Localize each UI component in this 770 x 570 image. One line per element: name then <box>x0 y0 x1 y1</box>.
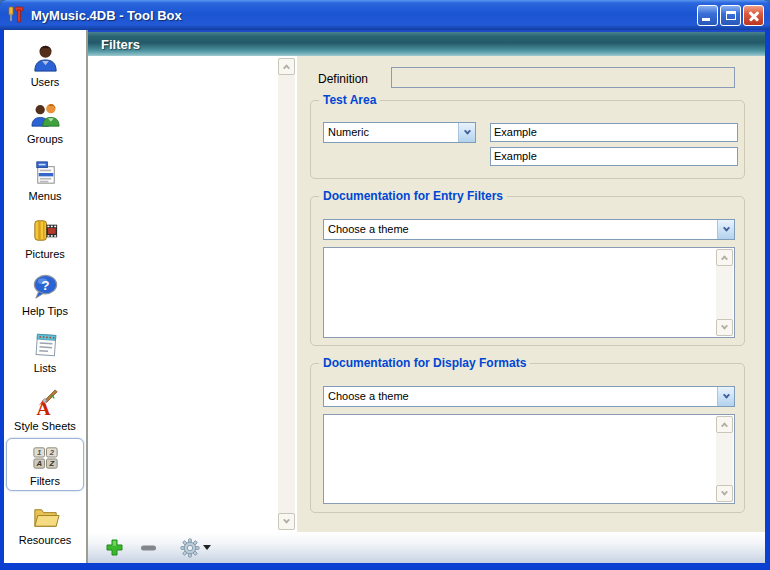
svg-text:Z: Z <box>48 459 54 468</box>
test-area-group: Test Area Numeric Example Example <box>310 100 745 179</box>
display-docs-textarea[interactable] <box>323 414 735 504</box>
type-select[interactable]: Numeric <box>323 122 476 143</box>
add-icon <box>106 539 123 556</box>
maximize-icon <box>726 11 736 20</box>
example-input-top[interactable]: Example <box>490 123 738 142</box>
svg-text:1: 1 <box>37 448 41 457</box>
section-title: Filters <box>88 37 140 52</box>
list-scrollbar[interactable] <box>278 58 295 530</box>
sidebar-item-label: Filters <box>30 475 60 487</box>
type-select-value: Numeric <box>328 126 369 138</box>
sidebar-item-pictures[interactable]: Pictures <box>6 210 84 265</box>
options-button[interactable] <box>180 538 211 558</box>
toolbox-icon <box>6 5 26 25</box>
dropdown-button[interactable] <box>717 220 734 239</box>
sidebar-item-help-tips[interactable]: ? Help Tips <box>6 267 84 322</box>
sidebar-item-label: Resources <box>19 534 72 546</box>
sidebar-item-label: Lists <box>34 362 57 374</box>
scroll-up-button[interactable] <box>716 249 733 266</box>
sidebar-item-users[interactable]: Users <box>6 38 84 93</box>
filters-list[interactable] <box>88 56 297 532</box>
chevron-down-icon <box>721 489 728 496</box>
sidebar-item-label: Users <box>31 76 60 88</box>
sidebar-item-lists[interactable]: Lists <box>6 324 84 379</box>
window-title: MyMusic.4DB - Tool Box <box>31 8 697 23</box>
dropdown-caret-icon <box>203 545 211 550</box>
sidebar-item-label: Pictures <box>25 248 65 260</box>
example-input-bottom[interactable]: Example <box>490 147 738 166</box>
sidebar-item-groups[interactable]: Groups <box>6 95 84 150</box>
menu-list-icon <box>30 157 61 188</box>
entry-docs-textarea[interactable] <box>323 247 735 338</box>
sidebar-item-label: Groups <box>27 133 63 145</box>
notepad-icon <box>30 329 61 360</box>
sidebar-item-filters[interactable]: 1 2 A Z Filters <box>6 438 84 491</box>
app-window: MyMusic.4DB - Tool Box Users <box>0 0 770 570</box>
sidebar-item-menus[interactable]: Menus <box>6 152 84 207</box>
sidebar-item-resources[interactable]: Resources <box>6 496 84 551</box>
bottom-toolbar <box>88 532 765 563</box>
remove-icon <box>140 539 157 556</box>
minimize-button[interactable] <box>697 5 718 26</box>
display-formats-docs-title: Documentation for Display Formats <box>319 356 530 370</box>
section-header: Filters <box>88 30 765 56</box>
sidebar-item-label: Style Sheets <box>14 420 76 432</box>
entry-filters-docs-group: Documentation for Entry Filters Choose a… <box>310 196 745 346</box>
definition-input[interactable] <box>391 67 735 88</box>
display-theme-select[interactable]: Choose a theme <box>323 386 735 407</box>
sidebar-item-style-sheets[interactable]: A Style Sheets <box>6 382 84 437</box>
folder-icon <box>30 501 61 532</box>
chevron-down-icon <box>463 128 470 135</box>
chevron-up-icon <box>283 64 290 71</box>
dropdown-button[interactable] <box>458 123 475 142</box>
svg-text:?: ? <box>41 278 49 293</box>
sidebar-item-label: Menus <box>28 190 61 202</box>
scroll-up-button[interactable] <box>716 416 733 433</box>
film-roll-icon <box>30 215 61 246</box>
scroll-down-button[interactable] <box>716 319 733 336</box>
display-theme-value: Choose a theme <box>328 390 409 402</box>
titlebar[interactable]: MyMusic.4DB - Tool Box <box>0 0 770 30</box>
definition-label: Definition <box>318 72 368 86</box>
help-bubble-icon: ? <box>30 272 61 303</box>
chevron-down-icon <box>721 323 728 330</box>
chevron-down-icon <box>283 517 290 524</box>
textarea-scrollbar[interactable] <box>716 249 733 336</box>
sidebar-item-label: Help Tips <box>22 305 68 317</box>
scroll-up-button[interactable] <box>278 58 295 75</box>
entry-filters-docs-title: Documentation for Entry Filters <box>319 189 507 203</box>
gear-icon <box>180 538 200 558</box>
entry-theme-value: Choose a theme <box>328 223 409 235</box>
close-button[interactable] <box>743 5 764 26</box>
dropdown-button[interactable] <box>717 387 734 406</box>
add-button[interactable] <box>104 538 124 558</box>
remove-button[interactable] <box>138 538 158 558</box>
scroll-down-button[interactable] <box>278 513 295 530</box>
filter-keys-icon: 1 2 A Z <box>30 442 61 473</box>
svg-text:2: 2 <box>48 448 54 457</box>
chevron-up-icon <box>721 255 728 262</box>
chevron-down-icon <box>722 392 729 399</box>
sidebar: Users Groups Menus <box>4 30 88 563</box>
scroll-down-button[interactable] <box>716 485 733 502</box>
detail-panel: Definition Test Area Numeric Example Exa… <box>297 56 765 532</box>
display-formats-docs-group: Documentation for Display Formats Choose… <box>310 363 745 513</box>
svg-text:A: A <box>35 459 42 468</box>
group-icon <box>30 100 61 131</box>
test-area-title: Test Area <box>319 93 380 107</box>
chevron-up-icon <box>721 422 728 429</box>
minimize-icon <box>702 18 710 21</box>
textarea-scrollbar[interactable] <box>716 416 733 502</box>
user-icon <box>30 43 61 74</box>
maximize-button[interactable] <box>720 5 741 26</box>
paintbrush-icon: A <box>30 387 61 418</box>
entry-theme-select[interactable]: Choose a theme <box>323 219 735 240</box>
chevron-down-icon <box>722 225 729 232</box>
